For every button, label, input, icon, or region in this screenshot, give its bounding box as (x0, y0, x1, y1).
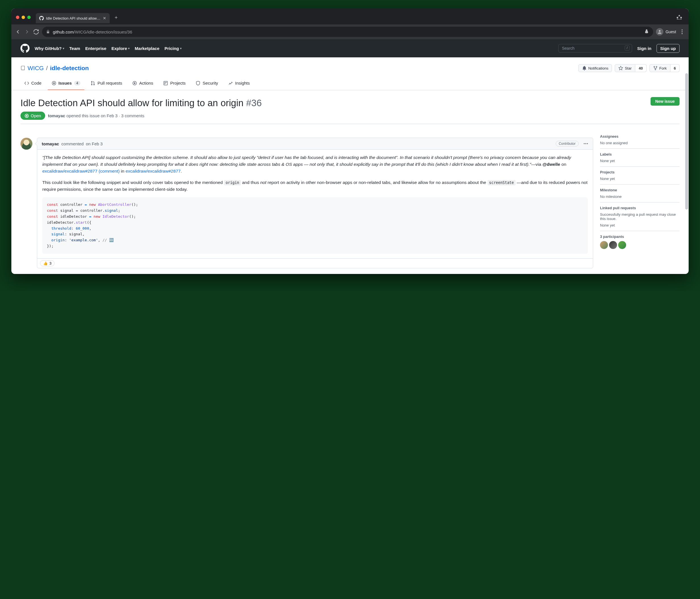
star-icon (619, 66, 623, 71)
comment-date[interactable]: on Feb 3 (86, 141, 103, 146)
svg-point-9 (92, 81, 92, 82)
fork-button[interactable]: Fork (649, 64, 671, 72)
nav-enterprise[interactable]: Enterprise (85, 46, 106, 51)
maximize-window-button[interactable] (27, 16, 31, 19)
svg-point-15 (26, 115, 27, 116)
notifications-button[interactable]: Notifications (578, 64, 612, 72)
tab-pull-requests[interactable]: Pull requests (86, 78, 126, 90)
nav-why-github[interactable]: Why GitHub?▾ (35, 46, 64, 51)
comment-menu-button[interactable] (583, 141, 589, 146)
nav-explore[interactable]: Explore▾ (111, 46, 129, 51)
issue-open-icon (24, 113, 29, 118)
sidebar-linked-prs[interactable]: Linked pull requests Successfully mergin… (600, 202, 679, 231)
comment-box: tomayac commented on Feb 3 Contributor "… (37, 138, 593, 268)
reload-button[interactable] (33, 29, 39, 35)
fork-count[interactable]: 6 (671, 64, 679, 72)
new-issue-button[interactable]: New issue (651, 97, 679, 106)
url-text: github.com/WICG/idle-detection/issues/36 (53, 29, 641, 34)
svg-point-6 (655, 69, 656, 70)
comment-timeline-item: tomayac commented on Feb 3 Contributor "… (21, 138, 593, 268)
inline-code-origin: origin (224, 180, 241, 185)
issue-title-row: Idle Detection API should allow for limi… (21, 97, 679, 109)
sidebar-projects[interactable]: Projects None yet (600, 167, 679, 184)
new-tab-button[interactable]: + (112, 14, 120, 22)
issue-meta: Open tomayac opened this issue on Feb 3 … (21, 111, 679, 124)
svg-point-18 (587, 144, 588, 144)
minimize-window-button[interactable] (22, 16, 25, 19)
repo-nav: Code Issues4 Pull requests Actions Proje… (11, 78, 689, 90)
play-icon (132, 81, 137, 85)
scrollbar-thumb[interactable] (685, 73, 688, 209)
github-logo-icon[interactable] (21, 44, 29, 53)
issue-byline: tomayac opened this issue on Feb 3 · 3 c… (48, 113, 144, 118)
bell-icon (582, 66, 586, 71)
repo-owner-link[interactable]: WICG (28, 65, 44, 72)
svg-point-0 (659, 30, 660, 32)
participant-avatar[interactable] (609, 241, 617, 249)
sidebar-labels[interactable]: Labels None yet (600, 149, 679, 167)
svg-point-10 (92, 84, 92, 85)
repo-name-link[interactable]: idle-detection (50, 65, 89, 72)
svg-point-5 (656, 66, 657, 67)
favicon-github-icon (39, 16, 44, 21)
tab-issues[interactable]: Issues4 (48, 78, 84, 90)
participant-avatar[interactable] (600, 241, 608, 249)
back-button[interactable] (15, 29, 21, 35)
tab-insights[interactable]: Insights (224, 78, 254, 90)
tab-code[interactable]: Code (21, 78, 46, 90)
contributor-badge: Contributor (556, 141, 579, 147)
reaction-count: 3 (49, 261, 51, 265)
issue-icon (52, 81, 56, 85)
forward-button[interactable] (24, 29, 30, 35)
window-controls (16, 16, 31, 19)
svg-point-16 (584, 144, 585, 144)
reactions-bar: 👍 3 (37, 258, 593, 268)
comment-author[interactable]: tomayac (42, 141, 59, 146)
lock-icon (46, 30, 50, 34)
github-search-input[interactable]: Search / (558, 44, 632, 53)
tab-projects[interactable]: Projects (159, 78, 190, 90)
nav-pricing[interactable]: Pricing▾ (165, 46, 181, 51)
sidebar-milestone[interactable]: Milestone No milestone (600, 184, 679, 202)
author-avatar[interactable] (21, 138, 32, 150)
nav-team[interactable]: Team (69, 46, 80, 51)
browser-toolbar: github.com/WICG/idle-detection/issues/36… (11, 24, 689, 39)
star-button[interactable]: Star (615, 64, 635, 72)
shield-icon (196, 81, 200, 85)
address-bar[interactable]: github.com/WICG/idle-detection/issues/36 (42, 27, 653, 37)
github-header: Why GitHub?▾ Team Enterprise Explore▾ Ma… (11, 39, 689, 57)
inline-code-screenstate: screenState (488, 180, 516, 185)
labs-icon[interactable] (644, 29, 649, 35)
repo-header: WICG / idle-detection Notifications Star… (11, 57, 689, 72)
chevron-down-icon: ▾ (180, 47, 181, 50)
svg-point-2 (681, 31, 683, 32)
pr-icon (91, 81, 95, 85)
close-window-button[interactable] (16, 16, 19, 19)
issue-number: #36 (246, 98, 261, 108)
issue-link-1[interactable]: excalidraw/excalidraw#2877 (comment) (42, 168, 120, 174)
graph-icon (228, 81, 233, 85)
mention-link[interactable]: @dwelle (542, 162, 560, 167)
signin-link[interactable]: Sign in (637, 46, 651, 51)
participant-avatar[interactable] (618, 241, 626, 249)
issues-count-badge: 4 (74, 81, 81, 85)
issue-title: Idle Detection API should allow for limi… (21, 97, 261, 109)
reaction-thumbs-up[interactable]: 👍 3 (40, 260, 54, 266)
signup-button[interactable]: Sign up (656, 44, 679, 53)
project-icon (164, 81, 168, 85)
tab-security[interactable]: Security (192, 78, 222, 90)
sidebar-assignees[interactable]: Assignees No one assigned (600, 131, 679, 149)
close-tab-button[interactable]: ✕ (103, 16, 106, 21)
repo-breadcrumb: WICG / idle-detection (21, 65, 89, 72)
browser-menu-button[interactable] (679, 29, 685, 35)
profile-button[interactable]: Guest (656, 28, 676, 35)
nav-marketplace[interactable]: Marketplace (135, 46, 159, 51)
browser-tab[interactable]: Idle Detection API should allow… ✕ (36, 13, 110, 23)
code-icon (24, 81, 29, 85)
tab-actions[interactable]: Actions (128, 78, 157, 90)
code-block: const controller = new AbortController()… (42, 197, 588, 254)
comment-header: tomayac commented on Feb 3 Contributor (37, 138, 593, 150)
repo-actions: Notifications Star 40 Fork 6 (578, 64, 679, 72)
issue-link-2[interactable]: excalidraw/excalidraw#2877 (126, 168, 181, 174)
star-count[interactable]: 40 (635, 64, 646, 72)
